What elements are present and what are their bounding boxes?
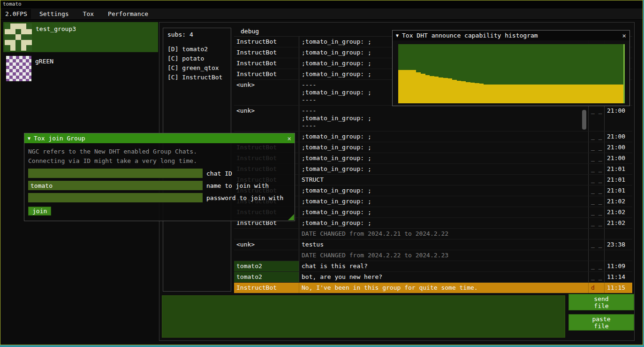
member-list-item[interactable]: [C] InstructBot: [167, 73, 227, 82]
member-list-item[interactable]: [C] green_qtox: [167, 63, 227, 73]
message-author: InstructBot: [234, 69, 299, 79]
message-text: ;tomato_in_group: ;: [299, 185, 589, 196]
group-list: test_group3 gREEN: [3, 22, 158, 87]
chat-message-row[interactable]: <unk> testus _ _ 23:38: [234, 239, 632, 250]
message-author: <unk>: [234, 80, 299, 105]
histogram-window: ▼ Tox DHT announce capability histogram …: [392, 30, 630, 106]
chat-message-row[interactable]: <unk> ---- ;tomato_in_group: ; ---- _ _ …: [234, 106, 632, 131]
message-text: DATE CHANGED from 2024.2.22 to 2024.2.23: [299, 250, 589, 261]
message-time: 11:14: [605, 272, 632, 282]
message-text: No, I've been in this group for quite so…: [299, 283, 589, 293]
message-time: [605, 250, 632, 261]
paste-file-button[interactable]: paste file: [568, 314, 634, 331]
join-info-line: Connecting via ID might take a very long…: [28, 156, 291, 166]
message-time: 21:01: [605, 164, 632, 174]
message-text: ;tomato_in_group: ;: [299, 207, 589, 217]
message-flags: _ _: [589, 207, 605, 217]
collapse-arrow-icon[interactable]: ▼: [396, 33, 399, 38]
message-time: 21:00: [605, 106, 632, 131]
group-item-test-group3[interactable]: test_group3: [3, 22, 158, 52]
message-time: 23:38: [605, 239, 632, 250]
message-time: 11:15: [605, 283, 632, 293]
join-group-window: ▼ Tox join Group × NGC refers to the New…: [24, 133, 295, 221]
chat-scrollbar-thumb[interactable]: [582, 110, 586, 130]
join-button[interactable]: join: [28, 207, 51, 216]
message-text: chat is this real?: [299, 261, 589, 271]
menu-item-performance[interactable]: Performance: [102, 9, 154, 19]
message-flags: _ _: [589, 164, 605, 174]
message-author: InstructBot: [234, 47, 299, 58]
message-flags: _ _: [589, 196, 605, 207]
join-password-input[interactable]: [28, 193, 203, 202]
chat-message-row[interactable]: tomato2 bot, are you new here? _ _ 11:14: [234, 272, 632, 283]
join-info-line: NGC refers to the New DHT enabled Group …: [28, 147, 291, 156]
message-flags: d: [589, 283, 605, 293]
message-flags: _ _: [589, 261, 605, 271]
histogram-window-title: Tox DHT announce capability histogram: [402, 32, 538, 39]
message-text: STRUCT: [299, 175, 589, 185]
message-flags: [589, 250, 605, 261]
close-icon[interactable]: ×: [288, 135, 291, 142]
chat-message-row[interactable]: InstructBot No, I've been in this group …: [234, 283, 632, 293]
message-author: InstructBot: [234, 283, 299, 293]
join-window-title: Tox join Group: [34, 135, 85, 142]
message-text: ;tomato_in_group: ;: [299, 153, 589, 163]
message-time: 21:00: [605, 131, 632, 142]
resize-grip[interactable]: [288, 214, 294, 220]
message-author: tomato2: [234, 261, 299, 271]
message-text: ;tomato_in_group: ;: [299, 218, 589, 228]
collapse-arrow-icon[interactable]: ▼: [28, 136, 30, 141]
message-flags: _ _: [589, 142, 605, 153]
message-author: <unk>: [234, 239, 299, 250]
message-flags: _ _: [589, 153, 605, 163]
message-text: DATE CHANGED from 2024.2.21 to 2024.2.22: [299, 229, 589, 239]
message-flags: _ _: [589, 239, 605, 250]
chat-id-input[interactable]: [28, 169, 203, 178]
fps-counter: 2.0FPS: [1, 9, 31, 19]
join-password-label: password to join with: [206, 194, 283, 201]
menu-item-tox[interactable]: Tox: [77, 9, 99, 19]
app-window: tomato 2.0FPS Settings Tox Performance t…: [0, 0, 643, 345]
join-name-input[interactable]: [28, 181, 203, 190]
os-titlebar: tomato: [0, 0, 643, 8]
chat-message-row[interactable]: DATE CHANGED from 2024.2.22 to 2024.2.23: [234, 250, 632, 261]
chat-id-label: chat ID: [206, 170, 232, 177]
chat-id-field-row: chat ID: [28, 169, 291, 178]
message-time: 21:02: [605, 196, 632, 207]
message-time: 21:00: [605, 142, 632, 153]
group-avatar: [6, 56, 31, 81]
menu-item-settings[interactable]: Settings: [34, 9, 75, 19]
message-text: ;tomato_in_group: ;: [299, 131, 589, 142]
message-time: 11:09: [605, 261, 632, 271]
message-text: testus: [299, 239, 589, 250]
message-input[interactable]: [162, 295, 565, 338]
message-time: 21:01: [605, 185, 632, 196]
send-file-button[interactable]: send file: [568, 294, 634, 310]
message-time: 21:02: [605, 218, 632, 228]
message-author: tomato2: [234, 272, 299, 282]
menu-bar: 2.0FPS Settings Tox Performance: [0, 8, 643, 20]
member-list-item[interactable]: [D] tomato2: [167, 45, 227, 54]
chat-message-row[interactable]: DATE CHANGED from 2024.2.21 to 2024.2.22: [234, 229, 632, 239]
message-time: 21:02: [605, 207, 632, 217]
message-text: ---- ;tomato_in_group: ; ----: [299, 106, 589, 131]
message-text: bot, are you new here?: [299, 272, 589, 282]
message-flags: _ _: [589, 185, 605, 196]
group-name: test_group3: [36, 23, 76, 32]
message-text: ;tomato_in_group: ;: [299, 196, 589, 207]
chat-message-row[interactable]: tomato2 chat is this real? _ _ 11:09: [234, 261, 632, 272]
join-name-field-row: name to join with: [28, 181, 291, 190]
message-flags: _ _: [589, 131, 605, 142]
member-list-item[interactable]: [C] potato: [167, 54, 227, 63]
join-window-body: NGC refers to the New DHT enabled Group …: [24, 143, 295, 216]
message-flags: _ _: [589, 218, 605, 228]
group-name: gREEN: [35, 56, 53, 65]
message-text: ;tomato_in_group: ;: [299, 164, 589, 174]
close-icon[interactable]: ×: [622, 32, 626, 39]
message-time: 21:01: [605, 175, 632, 185]
histogram-window-titlebar: ▼ Tox DHT announce capability histogram …: [393, 31, 629, 40]
message-time: 21:00: [605, 153, 632, 163]
message-text: ;tomato_in_group: ;: [299, 142, 589, 153]
message-time: [605, 229, 632, 239]
group-item-green[interactable]: gREEN: [3, 54, 158, 85]
